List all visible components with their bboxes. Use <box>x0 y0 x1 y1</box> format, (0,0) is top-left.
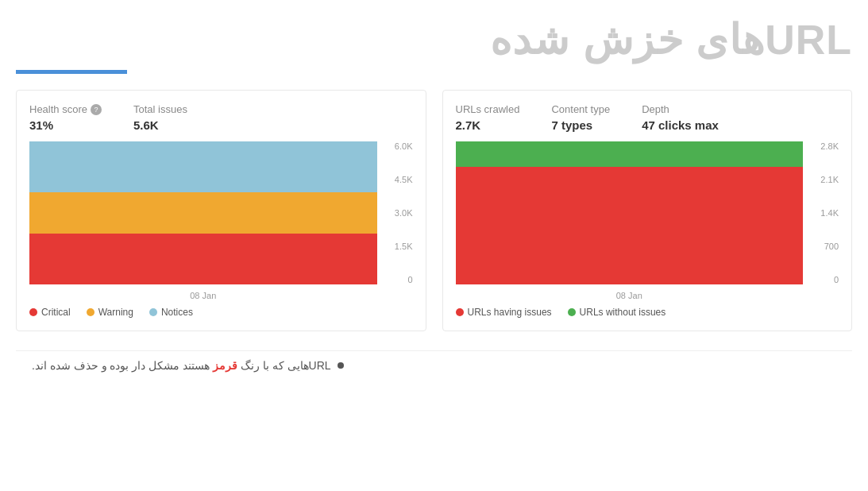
urls-crawled-value: 2.7K <box>456 118 520 132</box>
right-y-axis: 2.8K 2.1K 1.4K 700 0 <box>807 141 839 284</box>
left-chart-inner <box>29 141 377 284</box>
urls-crawled-label: URLs crawled <box>456 103 520 115</box>
urls-crawled-metric: URLs crawled 2.7K <box>456 103 520 132</box>
bottom-note: URLهایی که با رنگ قرمز هستند مشکل دار بو… <box>16 350 852 380</box>
right-stacked-bar <box>456 141 804 284</box>
left-chart-area: 6.0K 4.5K 3.0K 1.5K 0 08 Jan <box>29 141 413 300</box>
notices-bar-segment <box>29 141 377 192</box>
without-issues-dot <box>568 308 576 316</box>
legend-without-issues: URLs without issues <box>568 307 666 318</box>
notices-label: Notices <box>161 307 193 318</box>
bottom-note-url: URL <box>309 359 331 372</box>
legend-having-issues: URLs having issues <box>456 307 552 318</box>
right-panel: URLs crawled 2.7K Content type 7 types D… <box>442 90 853 331</box>
legend-warning: Warning <box>87 307 133 318</box>
warning-label: Warning <box>98 307 133 318</box>
having-issues-bar-segment <box>456 167 804 284</box>
warning-dot <box>87 308 95 316</box>
left-legend: Critical Warning Notices <box>29 307 413 318</box>
health-score-label: Health score ? <box>29 103 102 115</box>
page-title: URL‌های خزش شده <box>16 16 852 64</box>
notices-dot <box>149 308 157 316</box>
ry-label-4: 700 <box>824 242 839 251</box>
depth-value: 47 clicks max <box>642 118 719 132</box>
content-type-label: Content type <box>551 103 610 115</box>
y-label-top: 6.0K <box>395 141 413 151</box>
having-issues-label: URLs having issues <box>468 307 552 318</box>
health-score-value: 31% <box>29 118 102 132</box>
warning-bar-segment <box>29 192 377 233</box>
dashboard: Health score ? 31% Total issues 5.6K <box>16 90 852 331</box>
right-chart-inner <box>456 141 804 284</box>
right-x-label: 08 Jan <box>456 291 804 300</box>
y-label-4: 1.5K <box>395 242 413 251</box>
left-panel-header: Health score ? 31% Total issues 5.6K <box>29 103 413 132</box>
ry-label-bottom: 0 <box>834 275 839 284</box>
total-issues-value: 5.6K <box>133 118 187 132</box>
having-issues-dot <box>456 308 464 316</box>
without-issues-label: URLs without issues <box>580 307 666 318</box>
left-stacked-bar <box>29 141 377 284</box>
bottom-note-bullet <box>338 362 344 369</box>
health-score-metric: Health score ? 31% <box>29 103 102 132</box>
right-chart-area: 2.8K 2.1K 1.4K 700 0 08 Jan <box>456 141 839 300</box>
total-issues-label: Total issues <box>133 103 187 115</box>
bottom-note-red-word: قرمز <box>213 359 237 372</box>
total-issues-metric: Total issues 5.6K <box>133 103 187 132</box>
y-label-2: 4.5K <box>395 175 413 184</box>
content-type-metric: Content type 7 types <box>551 103 610 132</box>
right-panel-header: URLs crawled 2.7K Content type 7 types D… <box>456 103 839 132</box>
left-panel: Health score ? 31% Total issues 5.6K <box>16 90 426 331</box>
ry-label-top: 2.8K <box>820 141 839 151</box>
left-x-label: 08 Jan <box>29 291 377 300</box>
critical-bar-segment <box>29 234 377 284</box>
page-wrapper: URL‌های خزش شده Health score ? 31% Total… <box>0 0 868 396</box>
legend-critical: Critical <box>29 307 71 318</box>
bottom-note-text: URLهایی که با رنگ قرمز هستند مشکل دار بو… <box>32 359 331 372</box>
title-underline <box>16 70 127 74</box>
left-y-axis: 6.0K 4.5K 3.0K 1.5K 0 <box>381 141 413 284</box>
y-label-bottom: 0 <box>407 275 412 284</box>
content-type-value: 7 types <box>551 118 610 132</box>
ry-label-3: 1.4K <box>820 208 839 218</box>
ry-label-2: 2.1K <box>820 175 839 184</box>
without-issues-bar-segment <box>456 141 804 167</box>
critical-dot <box>29 308 37 316</box>
depth-label: Depth <box>642 103 719 115</box>
y-label-3: 3.0K <box>395 208 413 218</box>
health-score-help-icon[interactable]: ? <box>91 104 102 115</box>
critical-label: Critical <box>41 307 71 318</box>
right-legend: URLs having issues URLs without issues <box>456 307 839 318</box>
legend-notices: Notices <box>149 307 193 318</box>
depth-metric: Depth 47 clicks max <box>642 103 719 132</box>
